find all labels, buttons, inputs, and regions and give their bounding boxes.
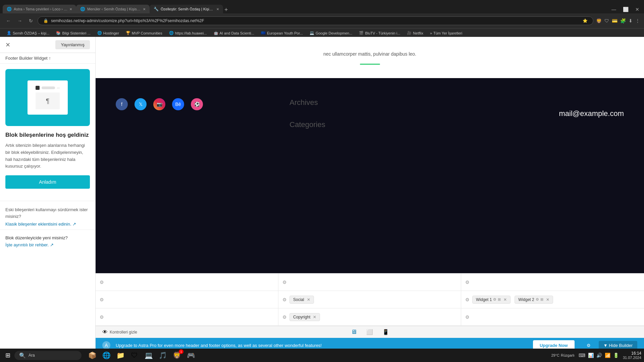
widget2-grid[interactable]: ⊞ [540,297,543,302]
publish-button[interactable]: Yayınlanmış [55,40,90,49]
tab-2[interactable]: 🌐 Menüler ‹ Semih Özdaş | Kişisel web...… [76,5,150,13]
bookmark-3[interactable]: 🌐Hostinger [95,30,122,36]
close-window-button[interactable]: ✕ [633,5,641,13]
taskbar-app-1[interactable]: 📦 [86,349,99,361]
settings-icon[interactable]: ⚙ [587,343,591,348]
tab-1-close[interactable]: ✕ [69,7,72,11]
cell-gear-3-3[interactable]: ⚙ [465,314,470,320]
bookmark-1[interactable]: 👤Semih ÖZDAŞ – kişi... [4,30,52,36]
widget2-close[interactable]: ✕ [546,297,549,302]
cell-gear-1-1[interactable]: ⚙ [100,280,104,285]
social-icons-row: f 𝕏 📷 Bē ⚽ [116,98,276,110]
cell-gear-2-1[interactable]: ⚙ [100,297,104,302]
clock-time: 16:14 [631,351,641,356]
bookmark-6[interactable]: 🤖AI and Data Scienti... [211,30,257,36]
desktop-device-button[interactable]: 🖥 [349,328,359,336]
copyright-widget-close[interactable]: ✕ [313,315,316,319]
brave-icon[interactable]: 🦁 [596,18,602,23]
address-bar[interactable]: 🔒 semihozdas.net/wp-admin/customize.php?… [38,16,593,25]
tray-icon-1: ⌨ [579,353,585,358]
taskbar-app-3[interactable]: 📁 [114,349,127,361]
hide-controls-toggle[interactable]: 👁 Kontrolleri gizle [102,329,137,335]
bookmark-9[interactable]: 🎬BluTV - Türkiyenin i... [356,30,403,36]
widget1-gear[interactable]: ⚙ [493,297,496,302]
weather-widget: 29°C Rüzgarlı [551,353,575,357]
cell-gear-1-2[interactable]: ⚙ [282,280,287,285]
dribbble-icon[interactable]: ⚽ [191,98,203,110]
anladim-button[interactable]: Anladım [5,175,90,189]
social-widget-close[interactable]: ✕ [307,297,310,302]
widget1-close[interactable]: ✕ [503,297,507,302]
widget2-gear[interactable]: ⚙ [536,297,539,302]
copyright-widget-badge: Copyright ✕ [289,313,320,321]
builder-row-2: ⚙ ⚙ Social ✕ ⚙ Widget 1 ⚙ [96,291,644,308]
tab-3[interactable]: 🔧 Özelleştir: Semih Özdaş | Kişisel... ✕ [150,5,223,13]
taskbar-clock[interactable]: 16:14 31.07.2024 [623,351,641,360]
cell-gear-3-2[interactable]: ⚙ [282,314,287,320]
archives-heading: Archives [289,98,450,107]
bookmark-7[interactable]: 🇪🇺European Youth Por... [258,30,306,36]
start-button[interactable]: ⊞ [3,350,13,360]
footer-email-col: mail@example.com [464,98,624,129]
taskbar-app-2[interactable]: 🌐 [100,349,113,361]
site-preview: nec ullamcorper mattis, pulvinar dapibus… [96,37,644,326]
eye-icon: 👁 [102,329,108,335]
builder-cell-2-3: ⚙ Widget 1 ⚙ ⊞ ✕ Widget 2 ⚙ ⊞ ✕ [461,291,644,308]
taskbar-app-7[interactable]: 🦁 1 [170,349,183,361]
shield-icon[interactable]: 🛡 [604,18,609,23]
taskbar-app-8[interactable]: 🎮 [184,349,198,361]
preview-square [36,86,40,90]
classic-components-link[interactable]: Klasik bileşenler eklentisini edinin. ↗ [5,222,76,227]
upgrade-text: Upgrade to Astra Pro for even more heade… [116,343,528,348]
bookmark-8[interactable]: 💻Google Developmen... [307,30,355,36]
facebook-icon[interactable]: f [116,98,128,110]
tab-3-close[interactable]: ✕ [216,7,219,11]
tab-2-close[interactable]: ✕ [143,7,146,11]
builder-cell-3-2: ⚙ Copyright ✕ [278,308,461,325]
twitter-icon[interactable]: 𝕏 [135,98,147,110]
widget2-label: Widget 2 [518,297,534,302]
new-tab-button[interactable]: + [224,6,228,13]
taskbar-app-6[interactable]: 🎵 [156,349,169,361]
categories-heading: Categories [289,120,450,129]
address-bar-row: ← → ↻ 🔒 semihozdas.net/wp-admin/customiz… [0,13,644,28]
tab-1[interactable]: 🌐 Astra › Tema çevirileri › Loco › Semi.… [3,5,76,13]
wallet-icon[interactable]: 💳 [612,18,618,23]
search-icon: 🔍 [19,352,26,359]
bookmark-more[interactable]: »Tüm Yer İşaretleri [427,31,465,36]
taskbar-search-bar[interactable]: 🔍 Ara [14,351,82,360]
mobile-device-button[interactable]: 📱 [380,328,391,336]
taskbar-app-5[interactable]: 💻 [142,349,155,361]
bookmark-4[interactable]: 🏆MVP Communities [123,30,165,36]
search-placeholder: Ara [29,353,35,358]
bookmark-5[interactable]: 🌐https://lab.huawei... [166,30,210,36]
instagram-icon[interactable]: 📷 [153,98,165,110]
sidebar-close-button[interactable]: ✕ [5,41,10,49]
menu-icon[interactable]: ⋮ [635,18,640,23]
preview-line [42,86,55,89]
download-icon[interactable]: ⬇ [629,18,633,23]
tray-icon-3: 🔊 [596,353,602,358]
cell-gear-2-2[interactable]: ⚙ [282,297,287,302]
bookmark-2[interactable]: 📚Bilgi Sistemleri ... [53,30,93,36]
widget1-grid[interactable]: ⊞ [498,297,501,302]
bookmark-10[interactable]: 🎥Netflix [404,30,426,36]
sidebar-block-editor: Blok düzenleyicide yeni misiniz? İşte ay… [0,230,95,253]
forward-button[interactable]: → [15,17,24,25]
behance-icon[interactable]: Bē [172,98,184,110]
reload-button[interactable]: ↻ [27,17,35,25]
cell-gear-1-3[interactable]: ⚙ [465,280,470,285]
footer-archive-col: Archives Categories [289,98,450,129]
back-button[interactable]: ← [4,17,13,25]
tablet-device-button[interactable]: ⬜ [364,328,375,336]
cell-gear-2-3[interactable]: ⚙ [465,297,470,302]
cell-gear-3-1[interactable]: ⚙ [100,314,104,320]
restore-button[interactable]: ⬜ [621,5,631,13]
minimize-button[interactable]: — [609,5,618,13]
builder-cell-1-3: ⚙ [461,274,644,291]
taskbar-app-4[interactable]: 🛡 [128,349,141,361]
detail-link[interactable]: İşte ayrıntılı bir rehber. ↗ [5,242,54,247]
sidebar: ✕ Yayınlanmış Footer Builder Widget ↑ ··… [0,37,96,353]
widget1-label: Widget 1 [476,297,492,302]
extension-icon[interactable]: 🧩 [620,18,626,23]
